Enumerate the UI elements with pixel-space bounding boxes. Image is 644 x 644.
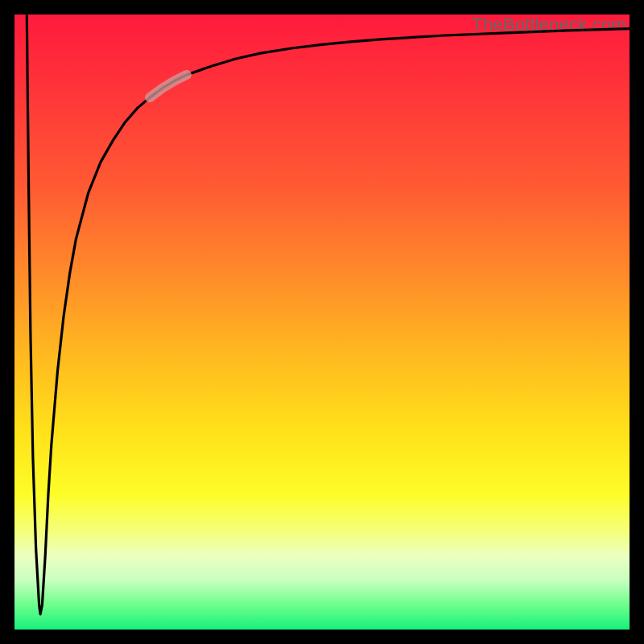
plot-area: TheBottleneck.com <box>14 14 630 630</box>
chart-frame: TheBottleneck.com <box>0 0 644 644</box>
bottleneck-curve <box>14 14 630 630</box>
curve-highlight <box>150 75 187 97</box>
curve-path <box>27 14 630 614</box>
